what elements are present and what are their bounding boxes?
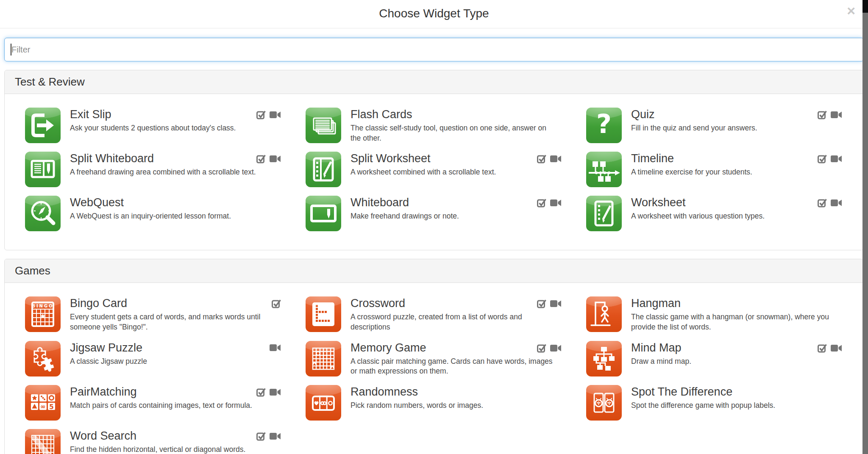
- widget-item[interactable]: Timeline A timeline exercise for your st…: [586, 152, 843, 187]
- section-panel: Test & Review Exit Slip Ask your student…: [4, 70, 864, 250]
- widget-item[interactable]: Randomness Pick random numbers, words or…: [306, 385, 562, 421]
- widget-item[interactable]: Mind Map Draw a mind map.: [586, 341, 843, 376]
- widget-description: A timeline exercise for your students.: [631, 167, 752, 177]
- widget-description: A worksheet combined with a scrollable t…: [351, 167, 496, 177]
- widget-description: Every student gets a card of words, and …: [70, 312, 273, 332]
- widget-item[interactable]: Worksheet A worksheet with various quest…: [586, 196, 843, 231]
- widget-description: Find the hidden horizontal, vertical or …: [70, 445, 245, 454]
- video-camera-icon: [831, 111, 842, 119]
- video-camera-icon: [831, 155, 842, 163]
- widget-title: Hangman: [631, 297, 835, 310]
- close-icon[interactable]: ×: [847, 3, 855, 18]
- video-camera-icon: [831, 199, 842, 207]
- svg-text:?: ?: [596, 108, 612, 139]
- widget-description: The classic self-study tool, question on…: [351, 123, 554, 143]
- widget-item[interactable]: Spot The Difference Spot the difference …: [586, 385, 843, 421]
- grading-check-icon: [256, 388, 266, 397]
- grading-check-icon: [818, 343, 827, 353]
- widget-description: Match pairs of cards containing images, …: [70, 401, 252, 411]
- filter-input[interactable]: [4, 38, 864, 61]
- widget-item[interactable]: Whiteboard Make freehand drawings or not…: [306, 196, 562, 231]
- widget-item[interactable]: BINGO Bingo Card Every student gets a ca…: [25, 296, 282, 332]
- grading-check-icon: [818, 198, 827, 208]
- widget-item[interactable]: Split Whiteboard A freehand drawing area…: [25, 152, 282, 187]
- section-items-grid: BINGO Bingo Card Every student gets a ca…: [5, 283, 863, 454]
- widget-description: Spot the difference game with popup labe…: [631, 401, 775, 411]
- pairmatching-icon: ∞5: [25, 385, 61, 421]
- memory-game-icon: [306, 341, 341, 376]
- widget-title: Split Worksheet: [351, 152, 496, 165]
- grading-check-icon: [537, 154, 546, 163]
- mind-map-icon: [586, 341, 622, 376]
- grading-check-icon: [256, 432, 266, 441]
- widget-description: A worksheet with various question types.: [631, 211, 765, 221]
- widget-description: Pick random numbers, words or images.: [351, 401, 483, 411]
- widget-title: Bingo Card: [70, 297, 273, 310]
- section-panel: Games BINGO Bingo Card Every student get…: [4, 259, 864, 454]
- widget-item[interactable]: ? Quiz Fill in the quiz and send your an…: [586, 108, 843, 143]
- video-camera-icon: [550, 299, 562, 308]
- split-whiteboard-icon: [25, 152, 61, 187]
- widget-item[interactable]: Word Search Find the hidden horizontal, …: [25, 429, 282, 454]
- widget-title: Flash Cards: [351, 108, 554, 121]
- video-camera-icon: [550, 344, 562, 352]
- flash-cards-icon: [306, 108, 341, 143]
- jigsaw-puzzle-icon: [25, 341, 61, 376]
- split-worksheet-icon: [306, 152, 341, 187]
- video-camera-icon: [270, 111, 281, 119]
- webquest-icon: [25, 196, 61, 231]
- widget-item[interactable]: Exit Slip Ask your students 2 questions …: [25, 108, 282, 143]
- section-title: Test & Review: [5, 70, 863, 94]
- widget-item[interactable]: Hangman The classic game with a hangman …: [586, 296, 843, 332]
- widget-item[interactable]: Memory Game A classic pair matching game…: [306, 341, 562, 376]
- widget-item[interactable]: Crossword A crossword puzzle, created fr…: [306, 296, 562, 332]
- widget-description: The classic game with a hangman (or snow…: [631, 312, 835, 332]
- widget-title: Quiz: [631, 108, 757, 121]
- video-camera-icon: [831, 344, 842, 352]
- text-caret: [11, 44, 11, 55]
- widget-title: Timeline: [631, 152, 752, 165]
- bingo-card-icon: BINGO: [25, 296, 61, 332]
- exit-slip-icon: [25, 108, 61, 143]
- widget-item[interactable]: Flash Cards The classic self-study tool,…: [306, 108, 562, 143]
- video-camera-icon: [270, 155, 281, 163]
- video-camera-icon: [270, 343, 281, 352]
- widget-title: Spot The Difference: [631, 385, 775, 399]
- section-items-grid: Exit Slip Ask your students 2 questions …: [5, 94, 863, 250]
- widget-title: Exit Slip: [70, 108, 236, 121]
- widget-description: A freehand drawing area combined with a …: [70, 167, 256, 177]
- widget-title: Memory Game: [351, 341, 554, 354]
- modal-title: Choose Widget Type: [0, 0, 868, 20]
- video-camera-icon: [550, 199, 562, 207]
- widget-description: A crossword puzzle, created from a list …: [351, 312, 554, 332]
- scrollbar[interactable]: [862, 0, 868, 454]
- grading-check-icon: [256, 154, 266, 163]
- widget-item[interactable]: ∞5 PairMatching Match pairs of cards con…: [25, 385, 282, 421]
- widget-description: Ask your students 2 questions about toda…: [70, 123, 236, 133]
- svg-text:BINGO: BINGO: [32, 304, 53, 308]
- grading-check-icon: [818, 110, 827, 119]
- grading-check-icon: [537, 299, 546, 308]
- svg-text:∞: ∞: [40, 402, 46, 410]
- widget-title: Split Whiteboard: [70, 152, 256, 165]
- video-camera-icon: [270, 432, 281, 440]
- svg-text:5: 5: [49, 403, 53, 410]
- widget-description: Make freehand drawings or note.: [351, 211, 459, 221]
- widget-item[interactable]: Split Worksheet A worksheet combined wit…: [306, 152, 562, 187]
- widget-description: Fill in the quiz and send your answers.: [631, 123, 757, 133]
- modal-header: Choose Widget Type ×: [0, 0, 868, 28]
- widget-description: Draw a mind map.: [631, 357, 691, 367]
- widget-title: PairMatching: [70, 385, 252, 399]
- timeline-icon: [586, 152, 622, 187]
- filter-container: [4, 38, 864, 61]
- widget-item[interactable]: Jigsaw Puzzle A classic Jigsaw puzzle: [25, 341, 282, 376]
- sections: Test & Review Exit Slip Ask your student…: [0, 70, 868, 454]
- widget-description: A classic pair matching game. Cards can …: [351, 357, 554, 376]
- whiteboard-icon: [306, 196, 341, 231]
- quiz-icon: ?: [586, 108, 622, 143]
- hangman-icon: [586, 296, 622, 332]
- widget-title: WebQuest: [70, 196, 231, 209]
- widget-title: Mind Map: [631, 341, 691, 354]
- widget-item[interactable]: WebQuest A WebQuest is an inquiry-orient…: [25, 196, 282, 231]
- grading-check-icon: [537, 198, 546, 208]
